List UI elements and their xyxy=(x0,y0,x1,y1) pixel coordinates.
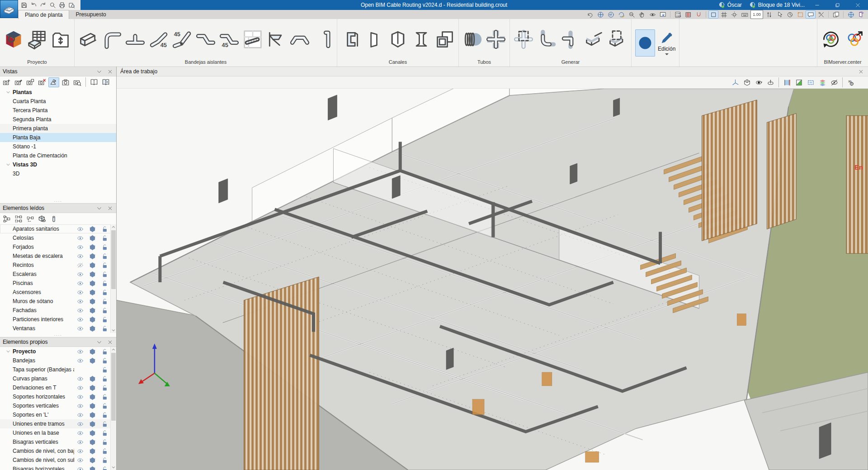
visibility-toggle-icon[interactable] xyxy=(74,385,86,391)
solid-view-toggle-icon[interactable] xyxy=(86,466,99,470)
solid-view-toggle-icon[interactable] xyxy=(86,325,99,332)
view-cube-icon[interactable] xyxy=(741,77,752,87)
tee-icon[interactable] xyxy=(124,23,146,56)
view-capture-zoom-icon[interactable] xyxy=(72,77,83,87)
gen-cross-icon[interactable] xyxy=(512,23,535,56)
tree-row[interactable]: Cambios de nivel, con subida xyxy=(0,456,111,465)
frame-icon[interactable] xyxy=(434,23,456,56)
lock-toggle-icon[interactable] xyxy=(99,348,111,355)
tube-cross-icon[interactable] xyxy=(485,23,507,56)
lock-toggle-icon[interactable] xyxy=(99,466,111,470)
lock-toggle-icon[interactable] xyxy=(99,385,111,391)
group-level-3-icon[interactable] xyxy=(25,214,36,224)
help-icon[interactable] xyxy=(856,10,866,19)
edit-menu-button[interactable]: Edición xyxy=(658,30,675,55)
close-panel-icon[interactable] xyxy=(106,68,113,75)
lock-toggle-icon[interactable] xyxy=(99,298,111,305)
dxf-import-icon[interactable] xyxy=(673,10,683,19)
redraw-icon[interactable] xyxy=(616,10,626,19)
tree-row[interactable]: Planta Baja xyxy=(0,133,116,142)
close-workspace-icon[interactable] xyxy=(857,68,864,75)
visibility-toggle-icon[interactable] xyxy=(74,348,86,355)
solid-view-toggle-icon[interactable] xyxy=(86,226,99,233)
tree-row[interactable]: Bandejas xyxy=(0,356,111,365)
search-icon[interactable] xyxy=(48,0,57,9)
dimension-arrows-icon[interactable] xyxy=(764,10,774,19)
visibility-toggle-icon[interactable] xyxy=(74,289,86,296)
lock-toggle-icon[interactable] xyxy=(99,316,111,323)
windows-layout-icon[interactable] xyxy=(831,10,841,19)
expand-caret-icon[interactable] xyxy=(4,349,13,354)
layer-stack-icon[interactable] xyxy=(817,77,828,87)
gen-elbow-icon[interactable] xyxy=(536,23,558,56)
profile-icon[interactable] xyxy=(340,23,362,56)
visibility-toggle-icon[interactable] xyxy=(74,375,86,382)
settings-3d-icon[interactable] xyxy=(845,77,856,87)
open-view-icon[interactable] xyxy=(89,77,99,87)
budget-icon[interactable] xyxy=(26,23,48,56)
open-view-3d-icon[interactable] xyxy=(100,77,111,87)
tree-row[interactable]: Bisagras verticales xyxy=(0,437,111,446)
solid-view-toggle-icon[interactable] xyxy=(86,394,99,400)
lock-toggle-icon[interactable] xyxy=(99,235,111,242)
tree-row[interactable]: Derivaciones en T xyxy=(0,383,111,392)
tree-row[interactable]: Piscinas xyxy=(0,279,111,288)
zoom-extents-icon[interactable] xyxy=(595,10,605,19)
solid-view-toggle-icon[interactable] xyxy=(86,403,99,409)
tree-row[interactable]: Ascensores xyxy=(0,288,111,297)
lock-toggle-icon[interactable] xyxy=(99,457,111,464)
print-preview-icon[interactable] xyxy=(67,0,76,9)
scrollbar[interactable] xyxy=(110,224,116,333)
scroll-up-icon[interactable] xyxy=(111,224,116,230)
orbit-view-icon[interactable] xyxy=(753,77,764,87)
level-down-icon[interactable] xyxy=(194,23,217,56)
solid-view-toggle-icon[interactable] xyxy=(86,439,99,446)
visibility-toggle-icon[interactable] xyxy=(74,448,86,455)
group-level-2-icon[interactable] xyxy=(13,214,24,224)
cube-visibility-icon[interactable] xyxy=(37,214,47,224)
tree-row[interactable]: Muros de sótano xyxy=(0,297,111,306)
gen-tee-icon[interactable] xyxy=(559,23,582,56)
tree-row[interactable]: Primera planta xyxy=(0,124,116,133)
scroll-down-icon[interactable] xyxy=(111,465,116,470)
magnet-snap-icon[interactable] xyxy=(693,10,703,19)
tree-row[interactable]: Mesetas de escalera xyxy=(0,252,111,261)
app-icon[interactable] xyxy=(0,0,18,18)
lock-toggle-icon[interactable] xyxy=(99,307,111,314)
rotate-view-icon[interactable] xyxy=(785,10,795,19)
joint45-icon[interactable] xyxy=(147,23,170,56)
user-account[interactable]: Óscar xyxy=(718,2,742,9)
visibility-toggle-icon[interactable] xyxy=(74,253,86,260)
solid-view-toggle-icon[interactable] xyxy=(86,448,99,455)
solid-view-toggle-icon[interactable] xyxy=(86,316,99,323)
lock-toggle-icon[interactable] xyxy=(99,412,111,418)
grid-icon[interactable] xyxy=(719,10,729,19)
solid-view-toggle-icon[interactable] xyxy=(86,235,99,242)
tree-row[interactable]: Curvas planas xyxy=(0,374,111,383)
lock-toggle-icon[interactable] xyxy=(99,357,111,364)
hinge45-icon[interactable] xyxy=(171,23,193,56)
lock-toggle-icon[interactable] xyxy=(99,421,111,427)
print-icon[interactable] xyxy=(57,0,66,9)
collapse-panel-icon[interactable] xyxy=(95,68,103,75)
collapse-panel-icon[interactable] xyxy=(95,338,103,346)
solid-view-toggle-icon[interactable] xyxy=(86,348,99,355)
lock-toggle-icon[interactable] xyxy=(99,403,111,409)
tree-row[interactable]: Cambios de nivel, con bajada xyxy=(0,446,111,456)
view-edit-icon[interactable] xyxy=(13,77,24,87)
visibility-toggle-icon[interactable] xyxy=(74,403,86,409)
close-panel-icon[interactable] xyxy=(106,204,113,212)
tree-row[interactable]: Soportes horizontales xyxy=(0,392,111,401)
flat-icon[interactable] xyxy=(363,23,386,56)
gen-tray-sel-icon[interactable] xyxy=(606,23,629,56)
tree-row[interactable]: Particiones interiores xyxy=(0,315,111,324)
tree-row[interactable]: Plantas xyxy=(0,88,116,97)
send-view-icon[interactable] xyxy=(658,10,668,19)
close-panel-icon[interactable] xyxy=(106,338,113,346)
bridge-icon[interactable] xyxy=(288,23,311,56)
lock-toggle-icon[interactable] xyxy=(99,439,111,446)
visibility-toggle-icon[interactable] xyxy=(74,325,86,332)
solid-view-toggle-icon[interactable] xyxy=(86,357,99,364)
panel-splitter[interactable]: ∙∙∙∙ xyxy=(0,333,116,337)
solid-view-toggle-icon[interactable] xyxy=(86,298,99,305)
